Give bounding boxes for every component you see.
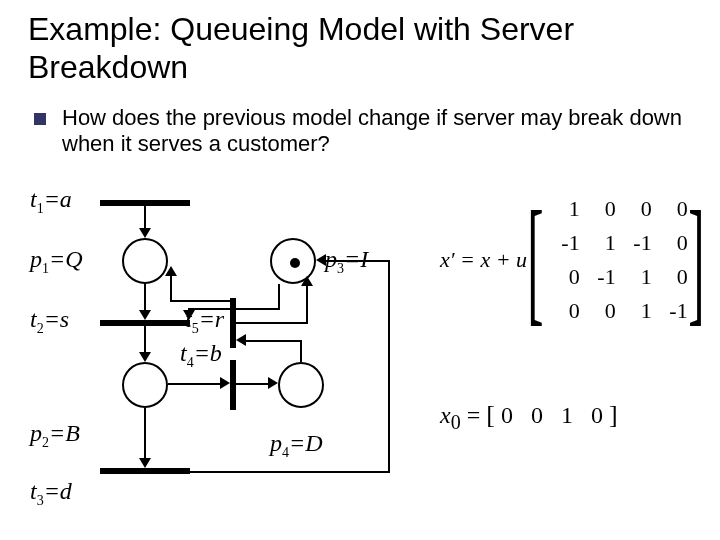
arc <box>170 272 172 302</box>
arrowhead-icon <box>139 228 151 238</box>
arrowhead-icon <box>220 377 230 389</box>
bullet-block: How does the previous model change if se… <box>62 105 690 157</box>
arc <box>236 322 308 324</box>
label-t2: t2=s <box>30 306 69 337</box>
arrowhead-icon <box>301 276 313 286</box>
bullet-text: How does the previous model change if se… <box>62 105 690 157</box>
token-icon <box>290 258 300 268</box>
arc <box>144 408 146 460</box>
arc <box>320 260 390 262</box>
arc <box>190 471 390 473</box>
arrowhead-icon <box>139 352 151 362</box>
arc <box>168 383 222 385</box>
arc <box>300 340 302 362</box>
matrix-body: 1000 -11-10 0-110 001-1 <box>544 192 688 328</box>
arc <box>242 340 302 342</box>
transition-t3 <box>100 468 190 474</box>
arc <box>144 326 146 354</box>
label-p2: p2=B <box>30 420 80 451</box>
arrowhead-icon <box>165 266 177 276</box>
place-p4 <box>278 362 324 408</box>
place-p1 <box>122 238 168 284</box>
arc <box>306 284 308 324</box>
arrowhead-icon <box>139 310 151 320</box>
slide-title: Example: Queueing Model with Server Brea… <box>28 10 574 86</box>
left-bracket-icon: [ <box>527 190 543 330</box>
arrowhead-icon <box>236 334 246 346</box>
label-t5: t5=r <box>185 306 224 337</box>
label-t3: t3=d <box>30 478 72 509</box>
label-t4: t4=b <box>180 340 222 371</box>
label-p1: p1=Q <box>30 246 83 277</box>
equation-lhs: x′ = x + u <box>440 247 527 273</box>
arc <box>144 284 146 312</box>
left-bracket-icon: [ <box>486 400 495 429</box>
equation-x-prime: x′ = x + u [ 1000 -11-10 0-110 001-1 ] <box>440 190 704 330</box>
arc <box>170 300 230 302</box>
transition-t4 <box>230 360 236 410</box>
petri-net-diagram: t1=a p1=Q t2=s p2=B t3=d p3=I <box>20 180 440 530</box>
arrowhead-icon <box>316 254 326 266</box>
title-line1: Example: Queueing Model with Server <box>28 11 574 47</box>
arc <box>144 206 146 230</box>
arc <box>236 383 272 385</box>
arc <box>278 284 280 310</box>
right-bracket-icon: ] <box>688 190 704 330</box>
bullet-icon <box>34 113 46 125</box>
right-bracket-icon: ] <box>609 400 618 429</box>
arrowhead-icon <box>139 458 151 468</box>
label-p4: p4=D <box>270 430 323 461</box>
arc <box>388 260 390 473</box>
place-p2 <box>122 362 168 408</box>
title-line2: Breakdown <box>28 49 188 85</box>
equation-x0: x0 = [ 0 0 1 0 ] <box>440 400 618 434</box>
label-t1: t1=a <box>30 186 72 217</box>
arrowhead-icon <box>268 377 278 389</box>
